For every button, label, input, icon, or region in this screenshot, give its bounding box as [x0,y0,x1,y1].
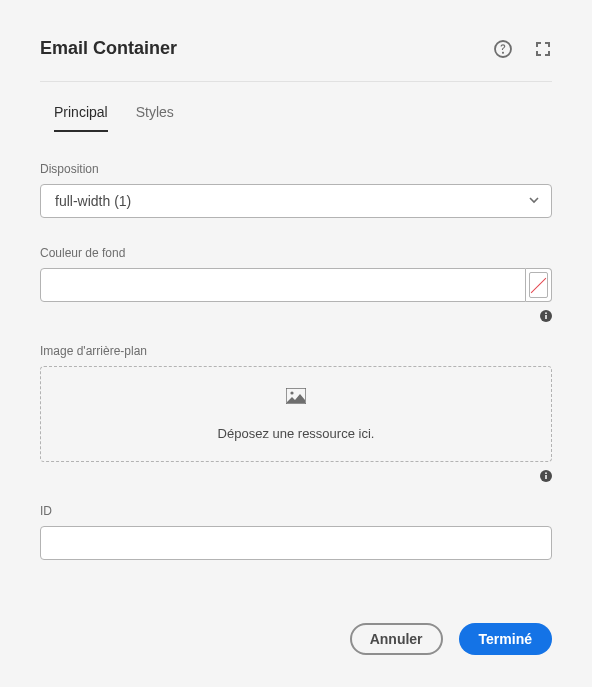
bgcolor-info-row [40,308,552,326]
cancel-button[interactable]: Annuler [350,623,443,655]
no-color-icon [529,272,548,298]
bgcolor-swatch[interactable] [526,268,552,302]
bgimage-dropzone[interactable]: Déposez une ressource ici. [40,366,552,462]
tab-principal[interactable]: Principal [54,104,108,132]
info-icon[interactable] [540,468,552,486]
svg-point-5 [290,391,293,394]
dialog-title: Email Container [40,38,177,59]
disposition-label: Disposition [40,162,552,176]
help-icon[interactable] [494,40,512,58]
bgcolor-input[interactable] [40,268,526,302]
svg-rect-7 [545,475,547,479]
bgimage-drop-text: Déposez une ressource ici. [218,426,375,441]
disposition-field: Disposition [40,162,552,218]
svg-point-3 [545,312,547,314]
email-container-dialog: Email Container Principal Styles Disposi… [0,0,592,687]
svg-point-8 [545,472,547,474]
bgcolor-field: Couleur de fond [40,246,552,326]
header-icons [494,40,552,58]
tab-styles[interactable]: Styles [136,104,174,132]
tabs: Principal Styles [40,104,552,132]
dialog-header: Email Container [40,38,552,82]
id-field: ID [40,504,552,560]
image-icon [286,388,306,408]
svg-rect-2 [545,315,547,319]
fullscreen-icon[interactable] [534,40,552,58]
form: Disposition Couleur de fond [40,162,552,560]
id-input[interactable] [40,526,552,560]
bgimage-label: Image d'arrière-plan [40,344,552,358]
dialog-footer: Annuler Terminé [350,623,552,655]
done-button[interactable]: Terminé [459,623,552,655]
disposition-select-wrap [40,184,552,218]
disposition-select[interactable] [40,184,552,218]
bgcolor-label: Couleur de fond [40,246,552,260]
id-label: ID [40,504,552,518]
bgcolor-input-row [40,268,552,302]
bgimage-field: Image d'arrière-plan Déposez une ressour… [40,344,552,486]
bgimage-info-row [40,468,552,486]
info-icon[interactable] [540,308,552,326]
